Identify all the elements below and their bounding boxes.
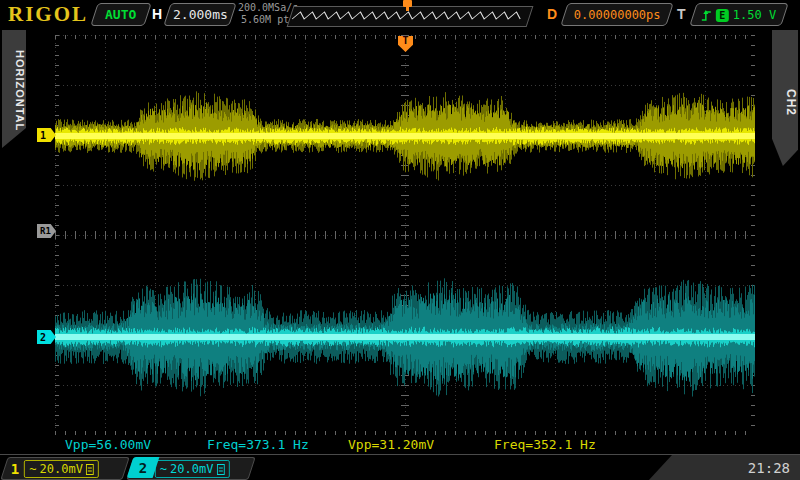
sample-rate: 200.0MSa/s [238, 2, 298, 14]
rigol-logo: RIGOL [8, 2, 88, 27]
trigger-level-badge[interactable]: E 1.50 V [689, 3, 788, 26]
timebase-value: 2.000ms [173, 7, 228, 22]
trigger-label: T [677, 6, 686, 22]
delay-badge[interactable]: 0.00000000ps [560, 3, 673, 26]
ref-position-marker[interactable]: R1 [37, 224, 56, 238]
rising-edge-icon [701, 8, 712, 21]
ch1-number: 1 [11, 461, 19, 477]
measurement-freq-ch1: Freq=352.1 Hz [494, 437, 596, 452]
trigger-source-icon: E [716, 8, 729, 21]
ch1-position-marker[interactable]: 1 [37, 128, 56, 142]
ch2-coupling-icon: ~ [160, 462, 167, 476]
delay-value: 0.00000000ps [574, 8, 661, 22]
measurement-vpp-ch1: Vpp=31.20mV [348, 437, 434, 452]
delay-label: D [547, 6, 557, 22]
top-status-bar: RIGOL AUTO H 2.000ms 200.0MSa/s 5.60M pt… [0, 0, 800, 28]
ch2-scale: 20.0mV [170, 462, 213, 476]
measurement-freq-ch2: Freq=373.1 Hz [207, 437, 309, 452]
memory-trigger-marker [403, 0, 412, 11]
clock-panel: 21:28 [648, 455, 800, 480]
oscilloscope-screen: RIGOL AUTO H 2.000ms 200.0MSa/s 5.60M pt… [0, 0, 800, 480]
ch1-scale: 20.0mV [40, 462, 83, 476]
timebase-badge[interactable]: 2.000ms [163, 3, 236, 26]
run-status-label: AUTO [105, 7, 136, 22]
ch2-number: 2 [139, 460, 147, 476]
measurement-vpp-ch2: Vpp=56.00mV [65, 437, 151, 452]
tab-ch2-menu[interactable]: CH2 [772, 30, 798, 166]
bw-limit-icon [86, 463, 94, 474]
ch1-coupling-icon: ~ [29, 462, 36, 476]
channel-status-bar: 1 ~ 20.0mV 2 ~ 20.0mV [0, 454, 800, 480]
run-status-badge: AUTO [90, 3, 151, 26]
bw-limit-icon [217, 463, 225, 474]
graticule-display [55, 35, 755, 435]
tab-horizontal[interactable]: HORIZONTAL [2, 30, 26, 148]
ch1-status-block[interactable]: 1 ~ 20.0mV [0, 457, 129, 480]
trigger-level-value: 1.50 V [733, 8, 776, 22]
horizontal-label: H [152, 6, 162, 22]
clock: 21:28 [748, 460, 790, 476]
ch2-position-marker[interactable]: 2 [37, 330, 56, 344]
